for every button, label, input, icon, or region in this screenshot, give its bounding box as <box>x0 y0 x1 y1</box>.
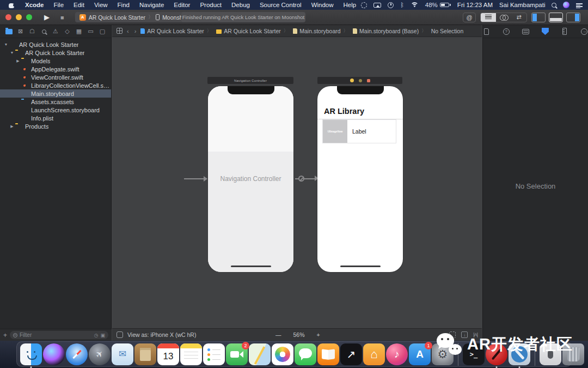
close-window-button[interactable] <box>5 14 11 20</box>
scene2-dock[interactable] <box>317 77 402 84</box>
menu-debug[interactable]: Debug <box>226 2 255 8</box>
tree-row-main-storyboard[interactable]: Main.storyboard <box>0 89 111 98</box>
scene1-dock[interactable]: Navigation Controller <box>207 77 293 84</box>
version-editor-button[interactable]: ⇄ <box>511 13 526 22</box>
library-button[interactable]: @ <box>463 13 476 22</box>
go-back-button[interactable]: ‹ <box>126 28 130 34</box>
dock-photos[interactable] <box>272 343 293 365</box>
cell-label[interactable]: Label <box>347 120 396 143</box>
dock-home[interactable] <box>363 343 385 365</box>
menu-file[interactable]: File <box>49 2 69 8</box>
storyboard-canvas[interactable]: Navigation Controller Navigation Control… <box>112 37 482 328</box>
battery-indicator[interactable]: 48% <box>425 2 451 8</box>
go-forward-button[interactable]: › <box>133 28 138 34</box>
dock-mail[interactable] <box>112 343 133 365</box>
screen-mirroring-icon[interactable] <box>361 2 367 8</box>
view-as-label[interactable]: View as: iPhone X (wC hR) <box>127 331 196 338</box>
issue-navigator-icon[interactable]: ⚠ <box>51 27 60 36</box>
dock-reminders[interactable] <box>203 343 225 365</box>
scheme-selector[interactable]: A AR Quick Look Starter 〉 Moonshot <box>75 12 192 22</box>
toggle-navigator-button[interactable] <box>531 13 546 22</box>
wifi-icon[interactable] <box>411 2 419 8</box>
identity-inspector-icon[interactable] <box>522 28 530 35</box>
dock-launchpad[interactable] <box>89 343 111 365</box>
tree-row-appdelegate[interactable]: AppDelegate.swift <box>0 65 111 73</box>
menu-find[interactable]: Find <box>113 2 134 8</box>
dock-calendar[interactable]: 13 <box>157 343 179 365</box>
assistant-editor-button[interactable] <box>496 13 511 22</box>
notification-center-icon[interactable] <box>576 2 583 8</box>
minimize-window-button[interactable] <box>16 14 22 20</box>
collection-view-cell[interactable]: UIImageView Label <box>322 119 396 143</box>
spotlight-icon[interactable] <box>552 3 556 8</box>
breadcrumb-project[interactable]: AR Quick Look Starter <box>140 28 204 34</box>
source-control-navigator-icon[interactable]: ⊠ <box>16 27 25 36</box>
device-configuration-icon[interactable] <box>117 331 123 338</box>
dock-stocks[interactable] <box>340 343 362 365</box>
menubar-user[interactable]: Sai Kambampati <box>499 2 545 8</box>
disclosure-triangle[interactable]: ▼ <box>9 51 15 55</box>
menu-window[interactable]: Window <box>307 2 339 8</box>
apple-menu-icon[interactable] <box>9 2 15 8</box>
disclosure-triangle[interactable]: ▼ <box>3 43 9 46</box>
tree-row-project[interactable]: ▼ AR Quick Look Starter <box>0 40 111 49</box>
report-navigator-icon[interactable]: ▢ <box>98 27 107 36</box>
toggle-debug-area-button[interactable] <box>549 13 563 22</box>
tree-row-group[interactable]: ▼ AR Quick Look Starter <box>0 49 111 57</box>
dock-safari[interactable] <box>66 343 88 365</box>
test-navigator-icon[interactable]: ◇ <box>63 27 72 36</box>
zoom-level[interactable]: 56% <box>293 331 305 338</box>
zoom-window-button[interactable] <box>26 14 32 20</box>
dock-siri[interactable] <box>43 343 65 365</box>
breadcrumb-selection[interactable]: No Selection <box>421 28 463 34</box>
exit-icon[interactable] <box>367 79 370 82</box>
toggle-inspector-button[interactable] <box>566 13 580 22</box>
disclosure-triangle[interactable]: ▶ <box>9 124 15 129</box>
project-navigator-icon[interactable] <box>4 27 13 36</box>
tree-row-assets[interactable]: Assets.xcassets <box>0 98 111 106</box>
menu-editor[interactable]: Editor <box>169 2 195 8</box>
zoom-out-button[interactable]: — <box>275 331 281 338</box>
storyboard-entry-point-arrow[interactable] <box>184 178 207 179</box>
add-button[interactable]: + <box>3 331 7 339</box>
dock-contacts[interactable] <box>134 343 156 365</box>
disclosure-triangle[interactable]: ▶ <box>15 59 21 63</box>
breadcrumb-storyboard[interactable]: Main.storyboard <box>284 28 341 34</box>
menu-view[interactable]: View <box>89 2 113 8</box>
menu-xcode[interactable]: Xcode <box>20 2 49 8</box>
breakpoint-navigator-icon[interactable]: ▭ <box>87 27 95 36</box>
dock-finder[interactable] <box>20 343 42 365</box>
bluetooth-icon[interactable]: ᛒ <box>400 2 404 8</box>
scm-status-icon[interactable]: ▣ <box>100 333 105 338</box>
tree-row-launchscreen[interactable]: LaunchScreen.storyboard <box>0 106 111 114</box>
symbol-navigator-icon[interactable]: ☖ <box>28 27 36 36</box>
menubar-clock[interactable]: Fri 12:23 AM <box>457 2 493 8</box>
cell-image-view[interactable]: UIImageView <box>323 120 347 143</box>
recent-files-icon[interactable]: ◷ <box>94 333 99 338</box>
dock-ibooks[interactable] <box>317 343 339 365</box>
size-inspector-icon[interactable] <box>561 28 568 35</box>
menu-product[interactable]: Product <box>195 2 226 8</box>
tree-row-infoplist[interactable]: Info.plist <box>0 114 111 122</box>
first-responder-icon[interactable] <box>359 79 362 82</box>
dock-maps[interactable] <box>249 343 271 365</box>
navigation-controller-scene[interactable]: Navigation Controller <box>208 86 293 272</box>
menu-help[interactable]: Help <box>339 2 362 8</box>
zoom-in-button[interactable]: + <box>317 331 320 338</box>
menu-source-control[interactable]: Source Control <box>255 2 307 8</box>
time-machine-icon[interactable] <box>388 2 394 8</box>
breadcrumb-storyboard-base[interactable]: Main.storyboard (Base) <box>344 28 419 34</box>
dock-facetime[interactable]: 2 <box>226 343 248 365</box>
filter-input[interactable]: Filter ◷ ▣ <box>10 331 108 339</box>
attributes-inspector-icon[interactable] <box>542 28 549 35</box>
dock-notes[interactable] <box>180 343 202 365</box>
tree-row-librarycell[interactable]: LibraryCollectionViewCell.swift <box>0 81 111 89</box>
connections-inspector-icon[interactable]: → <box>580 28 588 35</box>
tree-row-products[interactable]: ▶ Products <box>0 122 111 130</box>
breadcrumb-group[interactable]: AR Quick Look Starter <box>207 28 281 34</box>
siri-icon[interactable] <box>563 2 569 8</box>
standard-editor-button[interactable] <box>481 13 496 22</box>
stop-button[interactable]: ■ <box>55 14 70 21</box>
quick-help-inspector-icon[interactable]: ? <box>503 28 510 35</box>
related-items-icon[interactable] <box>117 28 122 34</box>
